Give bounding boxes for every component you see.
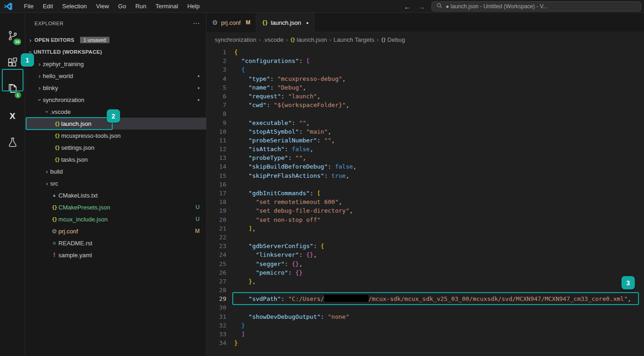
code-area[interactable]: 1{2 "configurations": [3 {4 "type": "mcu…	[207, 47, 644, 356]
folder-build[interactable]: ›build	[25, 165, 206, 177]
folder-synchronization[interactable]: ›synchronization●	[25, 94, 206, 106]
line-number[interactable]: 3	[207, 65, 226, 74]
code-line[interactable]: 11 "probeSerialNumber": "",	[207, 136, 644, 145]
line-number[interactable]: 23	[207, 242, 226, 250]
line-number[interactable]: 27	[207, 277, 226, 286]
code-line[interactable]: 21 ],	[207, 224, 644, 233]
tab-prj-conf[interactable]: ⚙prj.confM	[207, 13, 256, 32]
folder-vscode[interactable]: ›.vscode	[25, 106, 206, 118]
breadcrumb-item[interactable]: {}launch.json	[290, 36, 327, 43]
line-number[interactable]: 9	[207, 119, 226, 127]
workspace-root[interactable]: ›UNTITLED (WORKSPACE)	[25, 46, 206, 58]
line-number[interactable]: 11	[207, 136, 226, 145]
code-line[interactable]: 34}	[207, 339, 644, 347]
line-number[interactable]: 17	[207, 189, 226, 198]
code-line[interactable]: 14 "skipBuildBeforeDebug": false,	[207, 162, 644, 171]
code-line[interactable]: 26 "pemicro": {}	[207, 268, 644, 277]
file-launch-json[interactable]: {}launch.json	[25, 118, 206, 130]
line-number[interactable]: 25	[207, 260, 226, 268]
line-number[interactable]: 18	[207, 198, 226, 206]
line-number[interactable]: 32	[207, 321, 226, 330]
line-number[interactable]: 14	[207, 162, 226, 171]
line-number[interactable]: 8	[207, 109, 226, 118]
code-line[interactable]: 13 "probeType": "",	[207, 153, 644, 162]
code-line[interactable]: 10 "stopAtSymbol": "main",	[207, 127, 644, 136]
tab-launch-json[interactable]: {}launch.json●	[256, 13, 315, 33]
file-mcux-include-json[interactable]: {}mcux_include.jsonU	[25, 213, 206, 225]
menu-help[interactable]: Help	[183, 0, 204, 13]
breadcrumb-item[interactable]: synchronization	[215, 36, 256, 43]
open-editors-section[interactable]: › OPEN EDITORS 1 unsaved	[25, 34, 206, 46]
line-number[interactable]: 15	[207, 171, 226, 180]
line-number[interactable]: 16	[207, 180, 226, 189]
activity-item-test-explorer[interactable]	[0, 130, 25, 156]
forward-button[interactable]: →	[418, 3, 425, 11]
file-tasks-json[interactable]: {}tasks.json	[25, 153, 206, 165]
menu-view[interactable]: View	[92, 0, 114, 13]
code-line[interactable]: 24 "linkserver": {},	[207, 250, 644, 259]
line-number[interactable]: 20	[207, 215, 226, 224]
menu-edit[interactable]: Edit	[38, 0, 58, 13]
file-cmakelists-txt[interactable]: ▲CMakeLists.txt	[25, 189, 206, 201]
menu-file[interactable]: File	[19, 0, 38, 13]
line-number[interactable]: 7	[207, 101, 226, 109]
line-number[interactable]: 28	[207, 286, 226, 294]
code-line[interactable]: 2 "configurations": [	[207, 57, 644, 65]
breadcrumb-item[interactable]: .vscode	[263, 36, 284, 43]
folder-blinky[interactable]: ›blinky●	[25, 82, 206, 94]
line-number[interactable]: 10	[207, 127, 226, 136]
code-line[interactable]: 15 "skipPreFlashActions": true,	[207, 171, 644, 180]
activity-item-mcuxpresso[interactable]: X	[0, 103, 25, 130]
code-line[interactable]: 16	[207, 180, 644, 189]
code-line[interactable]: 7 "cwd": "${workspaceFolder}",	[207, 101, 644, 109]
breadcrumb-item[interactable]: Launch Targets	[334, 36, 374, 43]
code-line[interactable]: 23 "gdbServerConfigs": {	[207, 242, 644, 250]
activity-item-source-control[interactable]: 15	[0, 23, 25, 50]
file-settings-json[interactable]: {}settings.json	[25, 141, 206, 153]
code-line[interactable]: 22	[207, 233, 644, 242]
menu-run[interactable]: Run	[131, 0, 151, 13]
code-line[interactable]: 33 ]	[207, 330, 644, 339]
code-line[interactable]: 8	[207, 109, 644, 118]
line-number[interactable]: 12	[207, 145, 226, 153]
code-line[interactable]: 25 "segger": {},	[207, 260, 644, 268]
line-number[interactable]: 31	[207, 312, 226, 321]
code-line[interactable]: 32 }	[207, 321, 644, 330]
code-line[interactable]: 9 "executable": "",	[207, 119, 644, 127]
activity-item-explorer[interactable]: 1	[0, 76, 25, 103]
file-cmakepresets-json[interactable]: {}CMakePresets.jsonU	[25, 201, 206, 213]
code-line[interactable]: 20 "set non-stop off"	[207, 215, 644, 224]
menu-go[interactable]: Go	[114, 0, 131, 13]
more-actions-button[interactable]: ⋯	[193, 19, 200, 28]
code-line[interactable]: 1{	[207, 48, 644, 57]
code-line[interactable]: 12 "isAttach": false,	[207, 145, 644, 153]
line-number[interactable]: 33	[207, 330, 226, 339]
line-number[interactable]: 5	[207, 83, 226, 92]
menu-selection[interactable]: Selection	[58, 0, 91, 13]
line-number[interactable]: 22	[207, 233, 226, 242]
code-line[interactable]: 29 "svdPath": "C:/Users//mcux-sdk/mcux_s…	[207, 294, 644, 303]
code-line[interactable]: 4 "type": "mcuxpresso-debug",	[207, 74, 644, 83]
breadcrumb-item[interactable]: {}Debug	[381, 36, 405, 43]
file-readme-rst[interactable]: ≡README.rst	[25, 237, 206, 249]
activity-item-extensions[interactable]	[0, 50, 25, 76]
line-number[interactable]: 6	[207, 92, 226, 101]
folder-hello-world[interactable]: ›hello_world●	[25, 70, 206, 82]
line-number[interactable]: 1	[207, 48, 226, 57]
code-line[interactable]: 30	[207, 303, 644, 312]
file-prj-conf[interactable]: ⚙prj.confM	[25, 225, 206, 237]
line-number[interactable]: 29	[207, 294, 226, 303]
back-button[interactable]: ←	[404, 3, 411, 11]
code-line[interactable]: 3 {	[207, 65, 644, 74]
code-line[interactable]: 5 "name": "Debug",	[207, 83, 644, 92]
folder-zephyr-training[interactable]: ›zephyr_training	[25, 58, 206, 70]
folder-src[interactable]: ›src	[25, 177, 206, 189]
code-line[interactable]: 27 },	[207, 277, 644, 286]
line-number[interactable]: 13	[207, 153, 226, 162]
code-line[interactable]: 31 "showDevDebugOutput": "none"	[207, 312, 644, 321]
code-line[interactable]: 19 "set debug-file-directory",	[207, 206, 644, 215]
code-line[interactable]: 17 "gdbInitCommands": [	[207, 189, 644, 198]
line-number[interactable]: 34	[207, 339, 226, 347]
line-number[interactable]: 21	[207, 224, 226, 233]
dirty-dot[interactable]: ●	[306, 21, 308, 25]
